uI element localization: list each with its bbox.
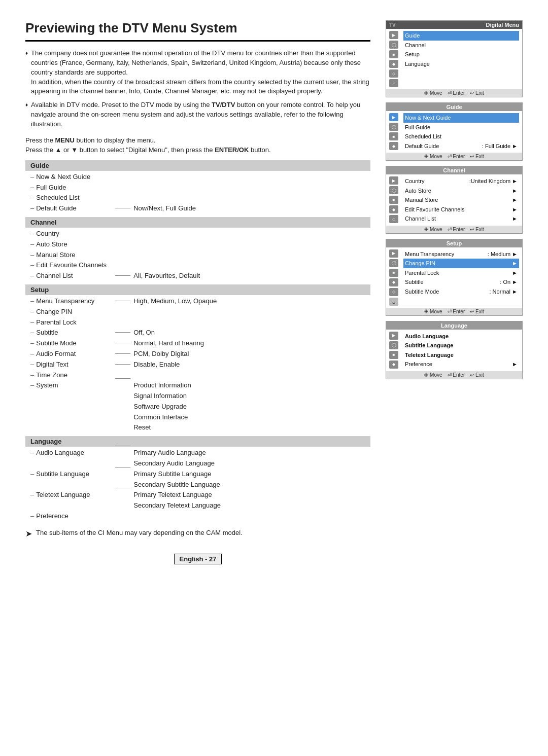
panel-header-guide: Guide [386, 103, 522, 111]
tv-panel-icons-channel: ▶ ◯ ■ ◆ ◇ [389, 176, 400, 224]
bullet-text-2: Available in DTV mode. Preset to the DTV… [31, 100, 370, 129]
menu-dash: – [30, 260, 34, 271]
tv-menu-item-teletext-lang: Teletext Language [403, 350, 519, 360]
panel-body-digital: ▶ ◯ ■ ◆ ◇ ⚐ Guide Channel Setup Language [386, 29, 522, 89]
menu-item-value: Off, On [133, 328, 155, 338]
tv-icon-setup-4: ◆ [389, 278, 398, 286]
tv-menu-item-now-next: Now & Next Guide [403, 113, 519, 123]
menu-item-line [115, 343, 130, 343]
menu-row: – Default Guide Now/Next, Full Guide [25, 203, 370, 214]
menu-dash: – [30, 469, 34, 480]
tv-value-transp: : Medium ► [488, 250, 518, 259]
tv-panel-icons: ▶ ◯ ■ ◆ ◇ ⚐ [389, 31, 400, 87]
menu-items-channel: – Country – Auto Store – Manual Store – … [25, 229, 370, 281]
tv-label-subtitlemode: Subtitle Mode [405, 287, 439, 296]
menu-item-label: Change PIN [36, 307, 112, 317]
tv-icon-ch-2: ◯ [389, 186, 398, 194]
tv-label-auto: Auto Store [405, 187, 431, 195]
footer-enter: ⏎ Enter [448, 154, 465, 159]
tv-menu-item-audio-lang: Audio Language [403, 332, 519, 341]
tv-menu-item-language: Language [403, 59, 519, 69]
menu-item-value: Now/Next, Full Guide [133, 203, 196, 214]
footer-exit: ↩ Exit [470, 227, 484, 232]
menu-item-label: Menu Transparency [36, 296, 112, 307]
tv-label-parental: Parental Lock [405, 269, 439, 277]
panel-body-setup: ▶ ◯ ■ ◆ ◇ ⌄ Menu Transparency : Medium ►… [386, 247, 522, 308]
menu-item-label: Subtitle Mode [36, 338, 112, 349]
tv-menu-item-full-guide: Full Guide [403, 123, 519, 132]
footer-enter: ⏎ Enter [448, 309, 465, 314]
page-title: Previewing the DTV Menu System [25, 20, 370, 42]
menu-item-label: System [36, 380, 112, 391]
page-number-wrap: English - 27 [25, 544, 370, 564]
panel-body-guide: ▶ ◯ ■ ◆ Now & Next Guide Full Guide Sche… [386, 111, 522, 153]
menu-row: – Audio Format PCM, Dolby Digital [25, 349, 370, 359]
footer-exit: ↩ Exit [470, 372, 484, 378]
right-column: TV Digital Menu ▶ ◯ ■ ◆ ◇ ⚐ Guide Channe… [386, 20, 523, 564]
menu-item-value: High, Medium, Low, Opaque [133, 296, 217, 307]
menu-item-line [115, 353, 130, 354]
menu-header-guide: Guide [25, 160, 370, 171]
panel-setup: Setup ▶ ◯ ■ ◆ ◇ ⌄ Menu Transparency : Me… [386, 239, 523, 316]
tv-label-manual: Manual Store [405, 196, 438, 204]
menu-row: – Manual Store [25, 250, 370, 261]
menu-dash: – [30, 229, 34, 239]
menu-items-guide: – Now & Next Guide – Full Guide – Schedu… [25, 172, 370, 214]
menu-dash: – [30, 359, 34, 370]
tv-menu-item-subtitle-mode: Subtitle Mode : Normal ► [403, 287, 519, 297]
footer-move: ✙ Move [424, 309, 442, 314]
tv-arrow-pin: ► [512, 259, 518, 268]
menu-item-line [115, 488, 130, 488]
tv-arrow-chanlist: ► [512, 214, 518, 223]
panel-language: Language ▶ ◯ ■ ◆ Audio Language Subtitle… [386, 321, 523, 379]
tv-label-chanlist: Channel List [405, 214, 436, 223]
menu-row: – Preference [25, 511, 370, 522]
bullet-section: ♦ The company does not guarantee the nor… [25, 49, 370, 129]
tv-menu-label-default: Default Guide [405, 142, 439, 151]
tv-icon-guide-4: ◆ [389, 142, 398, 150]
tv-icon-4: ◆ [389, 60, 398, 68]
tv-icon-3: ■ [389, 50, 398, 58]
tv-icon-1: ▶ [389, 31, 398, 39]
menu-row: – Time Zone [25, 370, 370, 381]
menu-row: – Change PIN [25, 307, 370, 317]
tv-icon-ch-3: ■ [389, 196, 398, 204]
tv-icon-setup-1: ▶ [389, 249, 398, 258]
tv-menu-item-subtitle-setup: Subtitle : On ► [403, 277, 519, 287]
tv-menu-item-change-pin: Change PIN ► [403, 259, 519, 268]
menu-row: – Now & Next Guide [25, 172, 370, 183]
menu-item-line [115, 332, 130, 333]
menu-item-line [115, 208, 130, 208]
menu-row: – Teletext Language Primary Teletext Lan… [25, 490, 370, 511]
footer-note-text: The sub-items of the CI Menu may vary de… [36, 529, 243, 538]
page-number: English - 27 [174, 554, 222, 564]
menu-item-line [115, 378, 130, 379]
tv-menu-item-subtitle-lang: Subtitle Language [403, 341, 519, 350]
tv-icon-lang-2: ◯ [389, 341, 398, 349]
tv-label: TV [389, 22, 396, 28]
footer-exit: ↩ Exit [470, 309, 484, 314]
menu-item-label: Subtitle Language [36, 469, 112, 480]
tv-menu-item-transparency: Menu Transparency : Medium ► [403, 249, 519, 259]
menu-item-line [115, 301, 130, 301]
tv-label-pin: Change PIN [405, 259, 435, 268]
menu-row: – Menu Transparency High, Medium, Low, O… [25, 296, 370, 307]
panel-footer-setup: ✙ Move ⏎ Enter ↩ Exit [386, 308, 522, 315]
menu-row: – Full Guide [25, 183, 370, 193]
menu-item-value: Normal, Hard of hearing [133, 338, 204, 349]
tv-icon-lang-3: ■ [389, 351, 398, 359]
tv-menu-item-channel-list: Channel List ► [403, 214, 519, 224]
menu-item-line [115, 364, 130, 365]
tv-menu-value-default: : Full Guide ► [482, 142, 518, 151]
menu-dash: – [30, 511, 34, 522]
bullet-text-1: The company does not guarantee the norma… [31, 49, 370, 96]
menu-dash: – [30, 380, 34, 391]
tv-icon-6: ⚐ [389, 79, 398, 87]
menu-dash: – [30, 448, 34, 458]
menu-section-channel: Channel – Country – Auto Store – Manual … [25, 217, 370, 281]
panel-digital-menu: TV Digital Menu ▶ ◯ ■ ◆ ◇ ⚐ Guide Channe… [386, 20, 523, 97]
menu-item-label: Edit Favourite Channels [36, 260, 112, 271]
tv-menu-item-channel: Channel [403, 41, 519, 50]
footer-move: ✙ Move [424, 90, 442, 96]
menu-item-value: PCM, Dolby Digital [133, 349, 189, 359]
